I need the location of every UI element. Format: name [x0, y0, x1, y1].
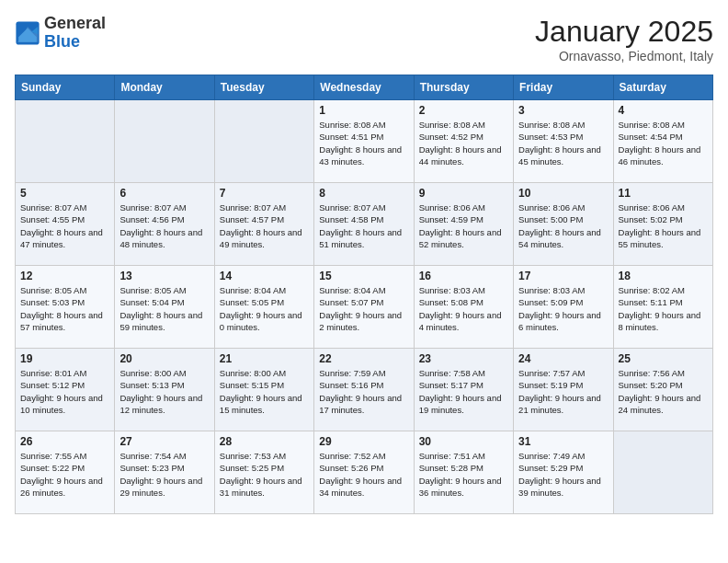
- logo-icon: [15, 20, 40, 46]
- calendar-cell: 12Sunrise: 8:05 AM Sunset: 5:03 PM Dayli…: [16, 266, 115, 349]
- day-number: 12: [20, 270, 109, 282]
- calendar-cell: 26Sunrise: 7:55 AM Sunset: 5:22 PM Dayli…: [16, 431, 115, 514]
- day-number: 29: [319, 435, 408, 448]
- day-content: Sunrise: 8:07 AM Sunset: 4:56 PM Dayligh…: [119, 201, 209, 250]
- day-number: 20: [119, 352, 209, 365]
- calendar-cell: 29Sunrise: 7:52 AM Sunset: 5:26 PM Dayli…: [314, 431, 414, 514]
- day-content: Sunrise: 7:53 AM Sunset: 5:25 PM Dayligh…: [220, 450, 309, 499]
- calendar-week-row: 1Sunrise: 8:08 AM Sunset: 4:51 PM Daylig…: [16, 100, 713, 183]
- calendar-cell: 28Sunrise: 7:53 AM Sunset: 5:25 PM Dayli…: [214, 431, 313, 514]
- calendar-cell: 25Sunrise: 7:56 AM Sunset: 5:20 PM Dayli…: [613, 349, 712, 431]
- logo: General Blue: [15, 15, 106, 52]
- day-number: 11: [619, 187, 708, 200]
- calendar-cell: 9Sunrise: 8:06 AM Sunset: 4:59 PM Daylig…: [414, 183, 513, 266]
- day-number: 26: [20, 435, 109, 448]
- day-content: Sunrise: 8:07 AM Sunset: 4:55 PM Dayligh…: [20, 201, 109, 250]
- day-content: Sunrise: 7:56 AM Sunset: 5:20 PM Dayligh…: [619, 367, 708, 416]
- calendar-cell: 7Sunrise: 8:07 AM Sunset: 4:57 PM Daylig…: [214, 183, 313, 266]
- day-number: 15: [319, 270, 408, 282]
- calendar-week-row: 5Sunrise: 8:07 AM Sunset: 4:55 PM Daylig…: [16, 183, 713, 266]
- calendar-cell: [16, 100, 115, 183]
- day-content: Sunrise: 8:06 AM Sunset: 5:02 PM Dayligh…: [619, 201, 708, 250]
- weekday-header: Friday: [514, 75, 613, 100]
- calendar-cell: 27Sunrise: 7:54 AM Sunset: 5:23 PM Dayli…: [115, 431, 214, 514]
- day-content: Sunrise: 8:02 AM Sunset: 5:11 PM Dayligh…: [619, 284, 708, 333]
- logo-general-text: General: [44, 14, 106, 32]
- day-number: 30: [419, 435, 508, 448]
- day-content: Sunrise: 8:05 AM Sunset: 5:04 PM Dayligh…: [119, 284, 209, 333]
- calendar-cell: 3Sunrise: 8:08 AM Sunset: 4:53 PM Daylig…: [514, 100, 613, 183]
- calendar-week-row: 26Sunrise: 7:55 AM Sunset: 5:22 PM Dayli…: [16, 431, 713, 514]
- day-content: Sunrise: 7:57 AM Sunset: 5:19 PM Dayligh…: [518, 367, 608, 416]
- day-number: 5: [20, 187, 109, 200]
- day-content: Sunrise: 8:04 AM Sunset: 5:07 PM Dayligh…: [319, 284, 408, 333]
- calendar-cell: 19Sunrise: 8:01 AM Sunset: 5:12 PM Dayli…: [16, 349, 115, 431]
- calendar-cell: [613, 431, 712, 514]
- day-number: 27: [119, 435, 209, 448]
- day-number: 25: [619, 352, 708, 365]
- day-number: 21: [220, 352, 309, 365]
- day-number: 10: [518, 187, 608, 200]
- day-number: 22: [319, 352, 408, 365]
- calendar-cell: 20Sunrise: 8:00 AM Sunset: 5:13 PM Dayli…: [115, 349, 214, 431]
- day-content: Sunrise: 8:00 AM Sunset: 5:15 PM Dayligh…: [220, 367, 309, 416]
- day-number: 24: [518, 352, 608, 365]
- logo-blue-text: Blue: [44, 32, 80, 51]
- day-number: 31: [518, 435, 608, 448]
- day-content: Sunrise: 8:01 AM Sunset: 5:12 PM Dayligh…: [20, 367, 109, 416]
- day-content: Sunrise: 8:00 AM Sunset: 5:13 PM Dayligh…: [119, 367, 209, 416]
- day-number: 3: [518, 104, 608, 117]
- calendar-cell: 24Sunrise: 7:57 AM Sunset: 5:19 PM Dayli…: [514, 349, 613, 431]
- calendar-cell: [115, 100, 214, 183]
- calendar-cell: 10Sunrise: 8:06 AM Sunset: 5:00 PM Dayli…: [514, 183, 613, 266]
- weekday-header: Sunday: [16, 75, 115, 100]
- day-content: Sunrise: 8:08 AM Sunset: 4:54 PM Dayligh…: [619, 119, 708, 167]
- day-content: Sunrise: 8:08 AM Sunset: 4:53 PM Dayligh…: [518, 119, 608, 167]
- day-content: Sunrise: 8:08 AM Sunset: 4:51 PM Dayligh…: [319, 119, 408, 167]
- calendar-cell: 6Sunrise: 8:07 AM Sunset: 4:56 PM Daylig…: [115, 183, 214, 266]
- day-content: Sunrise: 8:05 AM Sunset: 5:03 PM Dayligh…: [20, 284, 109, 333]
- day-number: 17: [518, 270, 608, 282]
- day-content: Sunrise: 8:06 AM Sunset: 4:59 PM Dayligh…: [419, 201, 508, 250]
- day-number: 1: [319, 104, 408, 117]
- day-content: Sunrise: 7:49 AM Sunset: 5:29 PM Dayligh…: [518, 450, 608, 499]
- calendar-cell: 8Sunrise: 8:07 AM Sunset: 4:58 PM Daylig…: [314, 183, 414, 266]
- calendar-cell: 30Sunrise: 7:51 AM Sunset: 5:28 PM Dayli…: [414, 431, 513, 514]
- day-number: 8: [319, 187, 408, 200]
- day-content: Sunrise: 7:55 AM Sunset: 5:22 PM Dayligh…: [20, 450, 109, 499]
- calendar-table: SundayMondayTuesdayWednesdayThursdayFrid…: [15, 75, 713, 514]
- weekday-header: Saturday: [613, 75, 712, 100]
- day-content: Sunrise: 7:51 AM Sunset: 5:28 PM Dayligh…: [419, 450, 508, 499]
- day-number: 18: [619, 270, 708, 282]
- calendar-cell: 17Sunrise: 8:03 AM Sunset: 5:09 PM Dayli…: [514, 266, 613, 349]
- weekday-header: Tuesday: [214, 75, 313, 100]
- location: Ornavasso, Piedmont, Italy: [535, 49, 713, 63]
- day-content: Sunrise: 7:52 AM Sunset: 5:26 PM Dayligh…: [319, 450, 408, 499]
- day-number: 4: [619, 104, 708, 117]
- day-content: Sunrise: 7:59 AM Sunset: 5:16 PM Dayligh…: [319, 367, 408, 416]
- calendar-cell: 15Sunrise: 8:04 AM Sunset: 5:07 PM Dayli…: [314, 266, 414, 349]
- weekday-header: Monday: [115, 75, 214, 100]
- day-number: 7: [220, 187, 309, 200]
- weekday-header: Thursday: [414, 75, 513, 100]
- weekday-header-row: SundayMondayTuesdayWednesdayThursdayFrid…: [16, 75, 713, 100]
- day-content: Sunrise: 8:06 AM Sunset: 5:00 PM Dayligh…: [518, 201, 608, 250]
- day-number: 28: [220, 435, 309, 448]
- day-content: Sunrise: 8:04 AM Sunset: 5:05 PM Dayligh…: [220, 284, 309, 333]
- calendar-cell: 23Sunrise: 7:58 AM Sunset: 5:17 PM Dayli…: [414, 349, 513, 431]
- calendar-cell: 2Sunrise: 8:08 AM Sunset: 4:52 PM Daylig…: [414, 100, 513, 183]
- day-content: Sunrise: 8:08 AM Sunset: 4:52 PM Dayligh…: [419, 119, 508, 167]
- calendar-cell: 31Sunrise: 7:49 AM Sunset: 5:29 PM Dayli…: [514, 431, 613, 514]
- calendar-cell: 22Sunrise: 7:59 AM Sunset: 5:16 PM Dayli…: [314, 349, 414, 431]
- day-number: 2: [419, 104, 508, 117]
- day-number: 13: [119, 270, 209, 282]
- day-content: Sunrise: 8:07 AM Sunset: 4:58 PM Dayligh…: [319, 201, 408, 250]
- day-number: 23: [419, 352, 508, 365]
- title-block: January 2025 Ornavasso, Piedmont, Italy: [535, 15, 713, 63]
- day-number: 14: [220, 270, 309, 282]
- calendar-cell: 14Sunrise: 8:04 AM Sunset: 5:05 PM Dayli…: [214, 266, 313, 349]
- calendar-cell: 5Sunrise: 8:07 AM Sunset: 4:55 PM Daylig…: [16, 183, 115, 266]
- day-number: 9: [419, 187, 508, 200]
- day-number: 16: [419, 270, 508, 282]
- calendar-cell: 13Sunrise: 8:05 AM Sunset: 5:04 PM Dayli…: [115, 266, 214, 349]
